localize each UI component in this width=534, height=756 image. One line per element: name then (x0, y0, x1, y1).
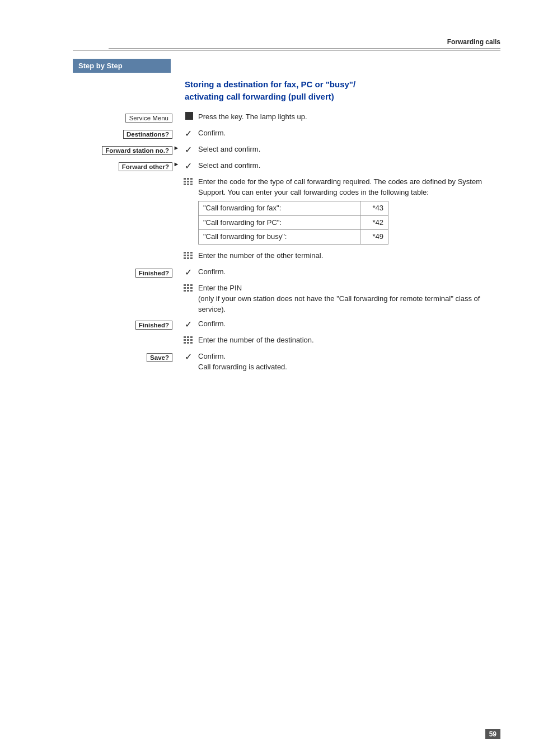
keypad-icon (180, 251, 196, 262)
step-enter-dest: Enter the number of the destination. (73, 335, 500, 348)
svg-rect-34 (187, 342, 189, 344)
fwd-code: *49 (360, 230, 388, 245)
forward-other-label: Forward other? (119, 162, 172, 171)
header-divider (73, 50, 500, 51)
step-text: Enter the PIN (only if your own station … (196, 283, 500, 315)
svg-rect-8 (190, 184, 193, 185)
svg-rect-15 (184, 257, 186, 259)
svg-rect-18 (184, 284, 186, 286)
arrow-bullet-icon: ► (172, 161, 180, 167)
finished2-label: Finished? (135, 321, 172, 330)
table-row: "Call forwarding for PC": *42 (199, 215, 388, 230)
fwd-label: "Call forwarding for busy": (199, 230, 360, 245)
step-forward-other: Forward other? ► ✓ Select and confirm. (73, 161, 500, 173)
svg-rect-5 (190, 181, 193, 182)
arrow-bullet-icon: ► (172, 144, 180, 151)
keypad-icon (180, 335, 196, 346)
step-text: Confirm. (196, 267, 500, 278)
step-text: Enter the number of the destination. (196, 335, 500, 346)
svg-rect-22 (187, 287, 189, 289)
svg-rect-11 (190, 252, 193, 253)
step-text: Confirm. (196, 319, 500, 330)
svg-rect-6 (184, 184, 186, 185)
svg-rect-19 (187, 284, 189, 286)
svg-rect-7 (187, 184, 189, 185)
step-text: Confirm.Call forwarding is activated. (196, 351, 500, 373)
step-enter-terminal: Enter the number of the other terminal. (73, 251, 500, 263)
check-icon: ✓ (180, 161, 196, 171)
svg-rect-33 (184, 342, 186, 344)
step-text: Enter the code for the type of call forw… (196, 177, 500, 247)
svg-rect-28 (187, 336, 189, 338)
check-icon: ✓ (180, 351, 196, 362)
fwd-code: *43 (360, 201, 388, 215)
fwd-label: "Call forwarding for PC": (199, 215, 360, 230)
svg-rect-2 (190, 178, 193, 180)
forward-station-label: Forward station no.? (102, 146, 172, 155)
step-enter-pin: Enter the PIN (only if your own station … (73, 283, 500, 315)
step-enter-code: Enter the code for the type of call forw… (73, 177, 500, 247)
step-destinations: Destinations? ✓ Confirm. (73, 128, 500, 140)
keypad-icon (180, 283, 196, 294)
svg-rect-27 (184, 336, 186, 338)
svg-rect-13 (187, 255, 189, 256)
svg-rect-10 (187, 252, 189, 253)
step-text: Select and confirm. (196, 144, 500, 155)
step-box-title: Step by Step (78, 62, 123, 70)
section-title: Storing a destination for fax, PC or "bu… (185, 78, 500, 103)
step-finished1: Finished? ✓ Confirm. (73, 267, 500, 279)
service-menu-label: Service Menu (125, 114, 172, 123)
svg-rect-23 (190, 287, 193, 289)
forwarding-table: "Call forwarding for fax": *43 "Call for… (198, 201, 388, 245)
svg-rect-14 (190, 255, 193, 256)
fwd-label: "Call forwarding for fax": (199, 201, 360, 215)
step-service-menu: Service Menu Press the key. The lamp lig… (73, 112, 500, 124)
svg-rect-16 (187, 257, 189, 259)
step-text: Select and confirm. (196, 161, 500, 171)
destinations-label: Destinations? (123, 130, 172, 139)
page-header: Forwarding calls (109, 38, 500, 49)
svg-rect-20 (190, 284, 193, 286)
keypad-svg (182, 177, 194, 188)
table-row: "Call forwarding for busy": *49 (199, 230, 388, 245)
step-by-step-box: Step by Step (73, 59, 171, 73)
save-label: Save? (147, 353, 172, 362)
svg-rect-21 (184, 287, 186, 289)
check-icon: ✓ (180, 144, 196, 155)
black-square-indicator (185, 112, 193, 120)
step-text: Press the key. The lamp lights up. (196, 112, 500, 123)
step-text: Confirm. (196, 128, 500, 139)
fwd-code: *42 (360, 215, 388, 230)
table-row: "Call forwarding for fax": *43 (199, 201, 388, 215)
svg-rect-9 (184, 252, 186, 253)
svg-rect-1 (187, 178, 189, 180)
page-number: 59 (485, 729, 500, 739)
svg-rect-30 (184, 339, 186, 341)
svg-rect-3 (184, 181, 186, 182)
check-icon: ✓ (180, 267, 196, 278)
svg-rect-25 (187, 290, 189, 292)
svg-rect-0 (184, 178, 186, 180)
svg-rect-12 (184, 255, 186, 256)
keypad-icon (180, 177, 196, 188)
svg-rect-24 (184, 290, 186, 292)
header-title: Forwarding calls (447, 38, 500, 46)
svg-rect-31 (187, 339, 189, 341)
svg-rect-32 (190, 339, 193, 341)
step-text: Enter the number of the other terminal. (196, 251, 500, 261)
check-icon: ✓ (180, 128, 196, 139)
svg-rect-4 (187, 181, 189, 182)
check-icon: ✓ (180, 319, 196, 330)
svg-rect-26 (190, 290, 193, 292)
step-finished2: Finished? ✓ Confirm. (73, 319, 500, 331)
svg-rect-17 (190, 257, 193, 259)
svg-rect-29 (190, 336, 193, 338)
step-forward-station: Forward station no.? ► ✓ Select and conf… (73, 144, 500, 157)
step-save: Save? ✓ Confirm.Call forwarding is activ… (73, 351, 500, 373)
lamp-icon (180, 112, 196, 120)
finished1-label: Finished? (135, 269, 172, 278)
svg-rect-35 (190, 342, 193, 344)
